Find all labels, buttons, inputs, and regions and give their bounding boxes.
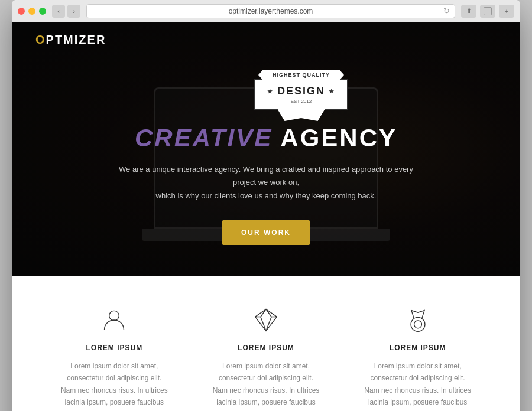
- browser-nav: ‹ ›: [52, 5, 80, 18]
- svg-point-0: [109, 311, 119, 321]
- hero-subtitle-line2: which is why our clients love us and why…: [156, 191, 377, 200]
- new-tab-button[interactable]: +: [499, 5, 514, 18]
- user-icon: [100, 306, 128, 334]
- browser-titlebar: ‹ › optimizer.layerthemes.com ↻ ⬆ +: [12, 0, 520, 22]
- medal-icon: [404, 306, 432, 334]
- hero-subtitle: We are a unique interactive agency. We b…: [118, 163, 414, 202]
- logo-text: PTMIZER: [46, 33, 106, 46]
- svg-marker-1: [255, 309, 277, 331]
- svg-point-5: [414, 321, 421, 328]
- feature-item-3: LOREM IPSUM Lorem ipsum dolor sit amet, …: [351, 306, 485, 411]
- close-dot[interactable]: [18, 8, 25, 15]
- site-nav: OPTMIZER: [12, 22, 520, 57]
- tab-icon: [484, 7, 492, 15]
- hero-content: CREATIVE AGENCY We are a unique interact…: [12, 81, 520, 276]
- our-work-button[interactable]: OUR WORK: [222, 220, 310, 245]
- features-section: LOREM IPSUM Lorem ipsum dolor sit amet, …: [12, 276, 520, 411]
- browser-actions: ⬆ +: [461, 5, 514, 18]
- url-text: optimizer.layerthemes.com: [229, 7, 313, 15]
- feature-text-1: Lorem ipsum dolor sit amet, consectetur …: [59, 360, 170, 411]
- add-tab-button[interactable]: [480, 5, 495, 18]
- back-button[interactable]: ‹: [52, 5, 65, 18]
- minimize-dot[interactable]: [28, 8, 35, 15]
- hero-subtitle-line1: We are a unique interactive agency. We b…: [119, 165, 413, 187]
- forward-button[interactable]: ›: [67, 5, 80, 18]
- svg-line-2: [261, 317, 266, 331]
- browser-dots: [18, 8, 46, 15]
- medal-svg: [405, 307, 431, 333]
- feature-text-3: Lorem ipsum dolor sit amet, consectetur …: [362, 360, 473, 411]
- hero-title: CREATIVE AGENCY: [135, 124, 397, 152]
- site-logo[interactable]: OPTMIZER: [35, 33, 106, 47]
- feature-item-2: LOREM IPSUM Lorem ipsum dolor sit amet, …: [199, 306, 333, 411]
- logo-accent-letter: O: [35, 33, 46, 46]
- hero-section: OPTMIZER HIGHEST QUALITY ★ DESIGN ★ EST …: [12, 22, 520, 276]
- feature-item-1: LOREM IPSUM Lorem ipsum dolor sit amet, …: [47, 306, 181, 411]
- feature-title-3: LOREM IPSUM: [362, 344, 473, 352]
- feature-title-1: LOREM IPSUM: [59, 344, 170, 352]
- feature-text-2: Lorem ipsum dolor sit amet, consectetur …: [211, 360, 322, 411]
- website-content: OPTMIZER HIGHEST QUALITY ★ DESIGN ★ EST …: [12, 22, 520, 411]
- hero-title-creative: CREATIVE: [135, 124, 273, 152]
- badge-top-ribbon: HIGHEST QUALITY: [258, 70, 344, 80]
- share-button[interactable]: ⬆: [461, 5, 476, 18]
- svg-point-4: [411, 317, 425, 331]
- diamond-svg: [253, 307, 279, 333]
- user-svg: [101, 307, 127, 333]
- hero-title-agency: AGENCY: [273, 124, 397, 152]
- feature-title-2: LOREM IPSUM: [211, 344, 322, 352]
- diamond-icon: [252, 306, 280, 334]
- refresh-icon[interactable]: ↻: [443, 6, 450, 15]
- maximize-dot[interactable]: [39, 8, 46, 15]
- svg-line-3: [266, 317, 271, 331]
- browser-window: ‹ › optimizer.layerthemes.com ↻ ⬆ +: [12, 0, 520, 411]
- url-bar[interactable]: optimizer.layerthemes.com ↻: [86, 4, 455, 18]
